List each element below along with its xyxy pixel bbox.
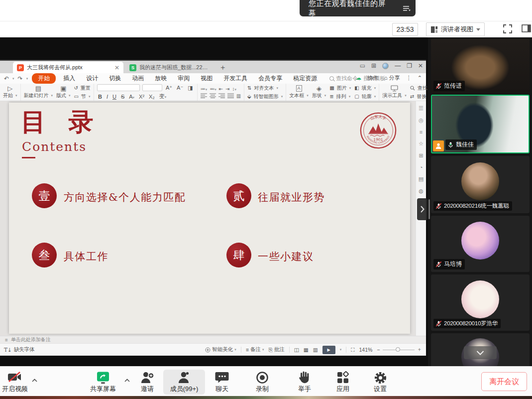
close-window-button[interactable]: ✕ — [418, 62, 423, 69]
fullscreen-button[interactable] — [503, 24, 513, 34]
collapse-ribbon-icon[interactable]: ⌃ — [418, 75, 422, 81]
share-screen-button[interactable]: 共享屏幕 — [86, 370, 120, 395]
leave-meeting-button[interactable]: 离开会议 — [481, 372, 527, 391]
video-options-chevron[interactable] — [30, 377, 39, 384]
increase-indent-button[interactable]: ⇥ — [225, 86, 229, 92]
menu-devtools[interactable]: 开发工具 — [218, 74, 253, 83]
justify-button[interactable] — [227, 93, 234, 98]
layout-button[interactable]: ▣ 版式▾ — [56, 85, 71, 99]
play-options-dropdown[interactable]: ▾ — [340, 348, 342, 352]
undo-dropdown[interactable]: ▾ — [12, 77, 14, 81]
scroll-more-participants-button[interactable] — [464, 346, 497, 359]
close-tab-icon[interactable]: ✕ — [114, 64, 119, 71]
invite-button[interactable]: 邀请 — [134, 370, 160, 395]
share-options-chevron[interactable] — [122, 377, 131, 384]
strikethrough-button[interactable]: S — [120, 94, 125, 100]
numbering-button[interactable]: ≕▾ — [210, 86, 216, 92]
apps-button[interactable]: 应用 — [329, 370, 356, 395]
redo-dropdown[interactable]: ▾ — [26, 77, 28, 81]
new-slide-button[interactable]: ▤ 新建幻灯片▾ — [24, 85, 53, 99]
textbox-button[interactable]: A 文本框▾ — [289, 85, 309, 99]
new-tab-button[interactable]: ＋ — [219, 63, 226, 72]
menu-transition[interactable]: 切换 — [104, 74, 126, 83]
align-text-button[interactable]: ⇅对齐文本▾ — [247, 85, 283, 92]
raise-hand-button[interactable]: 举手 — [291, 370, 318, 395]
collaborate-button[interactable]: 协作 — [367, 74, 378, 82]
clear-format-button[interactable]: ◨ — [187, 85, 194, 91]
participant-tile[interactable]: 202000820216统一魏蕙聪 — [431, 156, 530, 213]
slide[interactable]: 目 录 Contents 山东大学 1901 SHANDONG UNIVERSI — [9, 103, 410, 334]
notes-bar[interactable]: ≡ 单击此处添加备注 — [0, 336, 426, 343]
underline-button[interactable]: U — [111, 94, 117, 100]
bold-button[interactable]: B — [97, 94, 103, 100]
side-toolbar-icon[interactable]: ⊞ — [419, 152, 423, 159]
fill-button[interactable]: ◧填充▾ — [354, 85, 376, 92]
text-effect-button[interactable]: 变▾ — [158, 93, 168, 100]
arrange-button[interactable]: ≣排列▾ — [329, 93, 351, 100]
align-center-button[interactable] — [210, 93, 216, 98]
side-toolbar-icon[interactable]: ☰ — [419, 105, 424, 112]
normal-view-icon[interactable]: ◫ — [294, 347, 299, 353]
menu-home[interactable]: 开始 — [32, 73, 56, 84]
side-toolbar-icon[interactable]: ≡ — [420, 129, 423, 135]
comments-button[interactable]: ⎘批注 — [268, 346, 284, 353]
workspace-grid-icon[interactable]: ⊞ — [371, 62, 376, 69]
chat-button[interactable]: 聊天 — [209, 370, 235, 395]
reading-view-icon[interactable]: ▥ — [313, 347, 318, 353]
participant-tile-partial[interactable] — [431, 333, 530, 366]
superscript-button[interactable]: X² — [138, 94, 145, 100]
zoom-knob[interactable] — [396, 347, 400, 352]
bullets-button[interactable]: ≔▾ — [201, 86, 208, 92]
line-spacing-button[interactable]: ↕▾ — [232, 86, 236, 92]
slideshow-play-button[interactable]: ▶ — [322, 346, 335, 354]
side-toolbar-icon[interactable]: ◎ — [419, 117, 424, 124]
more-options-icon[interactable]: ⋮ — [406, 75, 412, 81]
section-button[interactable]: ▭节▾ — [74, 93, 91, 100]
menu-view[interactable]: 视图 — [195, 74, 218, 83]
fit-slide-icon[interactable]: ⛶ — [351, 347, 354, 353]
missing-font-warning[interactable]: T⤓ 缺失字体 — [0, 346, 35, 353]
panel-toggle-button[interactable] — [522, 24, 532, 33]
font-color-button[interactable]: A▾ — [128, 94, 135, 100]
menu-slideshow[interactable]: 放映 — [149, 74, 172, 83]
start-video-button[interactable]: 开启视频 — [1, 370, 29, 395]
sidebar-collapse-handle[interactable] — [417, 198, 427, 220]
present-tools-button[interactable]: 演示工具▾ — [382, 85, 407, 99]
sidebar-scrollbar[interactable] — [428, 199, 430, 219]
undo-icon[interactable]: ↶ — [4, 75, 9, 82]
menu-resources[interactable]: 稿定资源 — [288, 74, 322, 83]
align-left-button[interactable] — [201, 93, 207, 98]
menu-animation[interactable]: 动画 — [126, 74, 149, 83]
minimize-button[interactable]: — — [395, 62, 401, 69]
cloud-sync-icon[interactable]: ☁ — [356, 75, 361, 81]
menu-design[interactable]: 设计 — [81, 74, 104, 83]
smart-graphic-button[interactable]: ⬙转智能图形▾ — [247, 93, 283, 100]
smart-beautify-button[interactable]: 智能美化▾ — [205, 346, 236, 353]
side-toolbar-icon[interactable]: ▤ — [419, 176, 424, 182]
redo-icon[interactable]: ↷ — [18, 75, 23, 82]
menu-insert[interactable]: 插入 — [58, 74, 81, 83]
notes-toggle-button[interactable]: ≡备注▾ — [246, 346, 264, 353]
decrease-indent-button[interactable]: ⇤ — [219, 86, 223, 92]
align-right-button[interactable] — [218, 93, 225, 98]
view-mode-dropdown[interactable]: 演讲者视图 — [426, 22, 485, 36]
menu-membership[interactable]: 会员专享 — [253, 74, 288, 83]
subscript-button[interactable]: X₂ — [148, 94, 156, 100]
wps-tab-spreadsheet[interactable]: S 我的迷茫与困惑_数据...2211101842 — [125, 62, 214, 73]
grow-font-button[interactable]: A⁺ — [165, 85, 173, 91]
zoom-out-button[interactable]: − — [377, 347, 380, 353]
font-name-select[interactable] — [97, 84, 140, 91]
reset-button[interactable]: ↺重置 — [74, 85, 91, 92]
outline-button[interactable]: ▢轮廓▾ — [354, 93, 376, 100]
side-toolbar-icon[interactable]: ☆ — [419, 140, 424, 147]
play-from-start-button[interactable]: ▷ 开始▾ — [3, 85, 17, 99]
menu-review[interactable]: 审阅 — [172, 74, 195, 83]
shapes-button[interactable]: ◈ 形状▾ — [312, 85, 326, 99]
italic-button[interactable]: I — [106, 94, 109, 100]
members-button[interactable]: 成员(99+) — [163, 370, 205, 395]
settings-button[interactable]: 设置 — [367, 370, 394, 395]
shrink-font-button[interactable]: A⁻ — [176, 85, 184, 91]
globe-icon[interactable] — [382, 63, 389, 69]
restore-button[interactable]: ❐ — [407, 62, 412, 69]
slide-sorter-icon[interactable]: ▦ — [304, 347, 309, 353]
